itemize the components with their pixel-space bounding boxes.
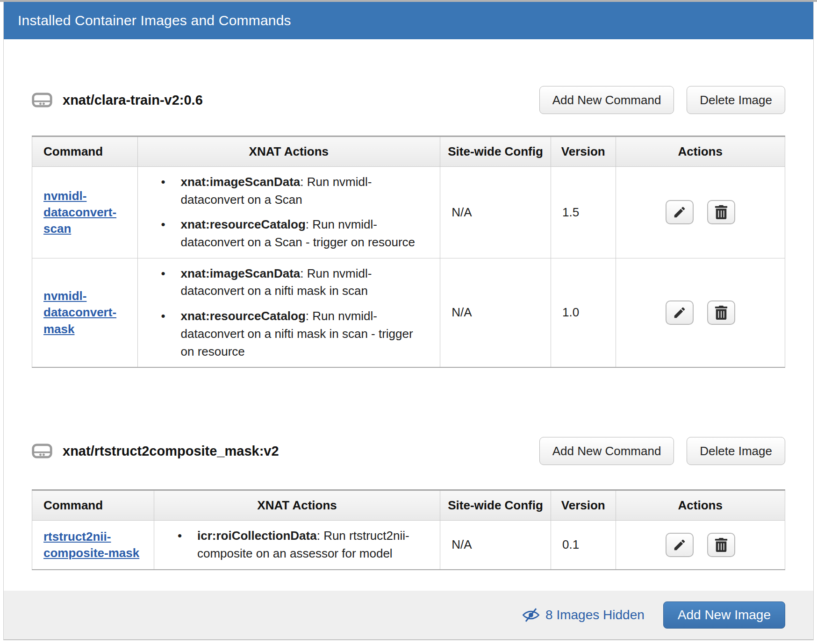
version-cell: 0.1 xyxy=(551,521,616,570)
page-title: Installed Container Images and Commands xyxy=(18,13,291,29)
pencil-icon xyxy=(673,306,687,320)
delete-image-button[interactable]: Delete Image xyxy=(687,437,785,465)
command-link[interactable]: nvmidl-dataconvert-scan xyxy=(43,189,116,236)
xnat-actions-cell: xnat:imageScanData: Run nvmidl-dataconve… xyxy=(137,167,440,258)
site-wide-config-cell: N/A xyxy=(440,167,551,258)
delete-command-button[interactable] xyxy=(707,533,735,557)
column-header-actions: Actions xyxy=(616,136,785,167)
column-header-version: Version xyxy=(551,136,616,167)
site-wide-config-cell: N/A xyxy=(440,258,551,367)
table-header-row: Command XNAT Actions Site-wide Config Ve… xyxy=(32,136,785,167)
xnat-action-item: xnat:imageScanData: Run nvmidl-dataconve… xyxy=(160,173,429,208)
images-hidden-link[interactable]: 8 Images Hidden xyxy=(522,608,645,623)
column-header-actions: Actions xyxy=(616,490,785,521)
image-section-rtstruct2composite: xnat/rtstruct2composite_mask:v2 Add New … xyxy=(32,437,785,570)
column-header-version: Version xyxy=(551,490,616,521)
trash-icon xyxy=(714,205,728,219)
version-cell: 1.0 xyxy=(551,258,616,367)
images-hidden-label: 8 Images Hidden xyxy=(545,608,645,623)
pencil-icon xyxy=(673,205,687,219)
edit-command-button[interactable] xyxy=(666,200,694,224)
column-header-site-wide-config: Site-wide Config xyxy=(440,490,551,521)
row-actions-cell xyxy=(616,167,785,258)
hard-drive-icon xyxy=(32,442,52,460)
column-header-xnat-actions: XNAT Actions xyxy=(154,490,440,521)
xnat-action-item: xnat:resourceCatalog: Run nvmidl-datacon… xyxy=(160,308,429,360)
version-cell: 1.5 xyxy=(551,167,616,258)
command-cell: nvmidl-dataconvert-scan xyxy=(32,167,138,258)
panel-content: xnat/clara-train-v2:0.6 Add New Command … xyxy=(4,39,813,591)
delete-command-button[interactable] xyxy=(707,200,735,224)
column-header-command: Command xyxy=(32,136,138,167)
column-header-command: Command xyxy=(32,490,154,521)
command-link[interactable]: nvmidl-dataconvert-mask xyxy=(43,289,116,336)
xnat-action-item: xnat:imageScanData: Run nvmidl-dataconve… xyxy=(160,265,429,300)
image-section-clara-train: xnat/clara-train-v2:0.6 Add New Command … xyxy=(32,86,785,368)
command-row: nvmidl-dataconvert-scan xnat:imageScanDa… xyxy=(32,167,785,258)
trash-icon xyxy=(714,538,728,552)
xnat-action-item: icr:roiCollectionData: Run rtstruct2nii-… xyxy=(177,527,429,562)
command-row: rtstruct2nii-composite-mask icr:roiColle… xyxy=(32,521,785,570)
command-cell: rtstruct2nii-composite-mask xyxy=(32,521,154,570)
xnat-actions-list: icr:roiCollectionData: Run rtstruct2nii-… xyxy=(165,527,429,562)
commands-table: Command XNAT Actions Site-wide Config Ve… xyxy=(32,136,785,368)
column-header-xnat-actions: XNAT Actions xyxy=(137,136,440,167)
image-section-header: xnat/clara-train-v2:0.6 Add New Command … xyxy=(32,86,785,114)
row-actions-cell xyxy=(616,521,785,570)
xnat-actions-cell: icr:roiCollectionData: Run rtstruct2nii-… xyxy=(154,521,440,570)
add-new-image-button[interactable]: Add New Image xyxy=(663,601,785,629)
eye-slash-icon xyxy=(522,608,540,623)
xnat-action-item: xnat:resourceCatalog: Run nvmidl-datacon… xyxy=(160,216,429,251)
site-wide-config-cell: N/A xyxy=(440,521,551,570)
add-new-command-button[interactable]: Add New Command xyxy=(539,86,674,114)
command-row: nvmidl-dataconvert-mask xnat:imageScanDa… xyxy=(32,258,785,367)
delete-image-button[interactable]: Delete Image xyxy=(687,86,785,114)
image-name-title: xnat/rtstruct2composite_mask:v2 xyxy=(63,444,279,459)
commands-table: Command XNAT Actions Site-wide Config Ve… xyxy=(32,489,785,570)
edit-command-button[interactable] xyxy=(666,533,694,557)
panel-footer: 8 Images Hidden Add New Image xyxy=(4,591,813,639)
add-new-command-button[interactable]: Add New Command xyxy=(539,437,674,465)
command-cell: nvmidl-dataconvert-mask xyxy=(32,258,138,367)
row-actions-cell xyxy=(616,258,785,367)
pencil-icon xyxy=(673,538,687,552)
container-admin-panel: Installed Container Images and Commands … xyxy=(3,2,814,640)
hard-drive-icon xyxy=(32,91,52,109)
image-name-title: xnat/clara-train-v2:0.6 xyxy=(63,93,203,108)
trash-icon xyxy=(714,306,728,320)
edit-command-button[interactable] xyxy=(666,301,694,325)
image-section-header: xnat/rtstruct2composite_mask:v2 Add New … xyxy=(32,437,785,465)
table-header-row: Command XNAT Actions Site-wide Config Ve… xyxy=(32,490,785,521)
xnat-actions-cell: xnat:imageScanData: Run nvmidl-dataconve… xyxy=(137,258,440,367)
command-link[interactable]: rtstruct2nii-composite-mask xyxy=(43,530,139,560)
delete-command-button[interactable] xyxy=(707,301,735,325)
panel-header: Installed Container Images and Commands xyxy=(4,2,813,39)
xnat-actions-list: xnat:imageScanData: Run nvmidl-dataconve… xyxy=(149,173,429,251)
column-header-site-wide-config: Site-wide Config xyxy=(440,136,551,167)
xnat-actions-list: xnat:imageScanData: Run nvmidl-dataconve… xyxy=(149,265,429,360)
